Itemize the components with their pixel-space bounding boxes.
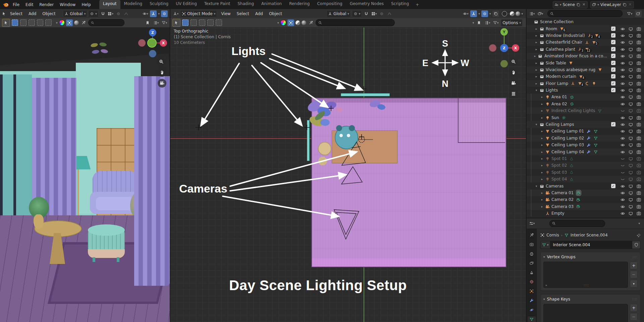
menu-add[interactable]: Add xyxy=(252,10,266,17)
expand-icon[interactable]: ▸ xyxy=(539,102,545,106)
properties-search[interactable] xyxy=(549,220,605,227)
disable-viewport-icon[interactable] xyxy=(627,156,635,161)
disable-render-icon[interactable] xyxy=(635,156,643,161)
expand-icon[interactable]: ▸ xyxy=(534,34,539,37)
select-mode-extend[interactable] xyxy=(20,19,26,26)
outliner-row[interactable]: ▸Ceiling Lamp 03 xyxy=(527,142,644,148)
disable-render-icon[interactable] xyxy=(635,67,643,72)
view-object-types-icon[interactable]: ▾ xyxy=(153,19,159,26)
color-wheel-icon[interactable] xyxy=(59,20,65,25)
disable-render-icon[interactable] xyxy=(635,61,643,65)
collapse-icon[interactable]: ▾ xyxy=(543,298,545,301)
disable-viewport-icon[interactable] xyxy=(627,122,635,127)
expand-icon[interactable]: ▸ xyxy=(539,116,545,119)
disable-render-icon[interactable] xyxy=(635,54,643,58)
zoom-tool-button[interactable] xyxy=(509,57,518,66)
disable-viewport-icon[interactable] xyxy=(627,150,635,154)
fake-user-shield-button[interactable] xyxy=(632,241,641,249)
expand-icon[interactable]: ▸ xyxy=(534,68,539,71)
axis-gizmo-minus-z[interactable] xyxy=(149,50,156,57)
disable-viewport-icon[interactable] xyxy=(627,26,635,31)
blender-logo[interactable] xyxy=(3,2,9,7)
studio-light-icon[interactable] xyxy=(302,20,306,25)
active-tool-tweak[interactable] xyxy=(2,19,10,27)
axis-gizmo-z[interactable]: Z xyxy=(149,29,156,36)
axis-gizmo-y-active[interactable] xyxy=(148,39,156,47)
pin-icon[interactable] xyxy=(637,233,641,237)
axis-gizmo-x[interactable]: X xyxy=(160,39,167,47)
eye-closed-icon[interactable] xyxy=(619,156,627,161)
properties-tab-world[interactable] xyxy=(528,279,536,285)
eye-icon[interactable] xyxy=(619,191,627,195)
outliner-row[interactable]: ▸Modern curtain4✓ xyxy=(527,73,644,80)
properties-tab-output[interactable] xyxy=(528,251,536,257)
collection-checkbox[interactable]: ✓ xyxy=(611,26,615,31)
bookmark-flag-icon[interactable] xyxy=(144,19,151,26)
disable-render-icon[interactable] xyxy=(635,95,643,99)
expand-icon[interactable]: ▸ xyxy=(539,95,545,99)
overlays-toggle[interactable] xyxy=(161,10,168,17)
properties-tab-object-data[interactable] xyxy=(528,316,536,322)
tab-compositing[interactable]: Compositing xyxy=(313,0,346,9)
disable-render-icon[interactable] xyxy=(635,102,643,106)
eye-icon[interactable] xyxy=(619,184,627,189)
remove-shape-key-button[interactable]: − xyxy=(630,313,638,321)
expand-icon[interactable]: ▸ xyxy=(539,157,545,160)
axis-gizmo-x[interactable]: X xyxy=(512,44,519,52)
eye-icon[interactable] xyxy=(619,33,627,38)
outliner-row[interactable]: ▸Indirect Ceiling Lights xyxy=(527,107,644,114)
eye-closed-icon[interactable] xyxy=(619,170,627,175)
axis-gizmo-y[interactable]: Y xyxy=(500,28,508,36)
disable-viewport-icon[interactable] xyxy=(627,95,635,99)
expand-icon[interactable]: ▸ xyxy=(539,129,545,133)
active-tool-tweak[interactable] xyxy=(172,19,180,27)
disable-render-icon[interactable] xyxy=(635,197,643,202)
expand-icon[interactable]: ▸ xyxy=(534,48,539,51)
mesh-data-selector[interactable]: ▾ xyxy=(540,241,550,249)
transform-orientation[interactable]: Global ▾ xyxy=(326,10,351,17)
axis-gizmo-minus-x[interactable] xyxy=(489,44,496,52)
expand-icon[interactable]: ▾ xyxy=(534,89,539,92)
vertex-groups-list[interactable]: ▸:::: xyxy=(543,262,628,288)
menu-add[interactable]: Add xyxy=(25,10,39,17)
eye-icon[interactable] xyxy=(619,81,627,86)
disable-render-icon[interactable] xyxy=(635,74,643,79)
properties-tab-tool[interactable] xyxy=(528,232,536,238)
collection-checkbox[interactable]: ✓ xyxy=(611,40,615,44)
shading-dropdown[interactable]: ▾ xyxy=(521,12,523,15)
proportional-falloff-icon[interactable] xyxy=(123,10,129,17)
expand-icon[interactable]: ▸ xyxy=(539,191,545,195)
vertex-group-specials-button[interactable]: ▾ xyxy=(630,280,638,287)
expand-icon[interactable]: ▸ xyxy=(534,61,539,65)
editor-type-icon[interactable]: ▾ xyxy=(172,10,179,17)
expand-icon[interactable]: ▸ xyxy=(534,27,539,31)
expand-icon[interactable]: ▸ xyxy=(539,137,545,140)
outliner-row[interactable]: ▸Ceiling Lamp 01 xyxy=(527,128,644,135)
view-object-types-icon[interactable]: ▾ xyxy=(484,19,491,26)
collection-checkbox[interactable]: ✓ xyxy=(611,88,615,92)
properties-search-input[interactable] xyxy=(557,221,602,226)
disable-render-icon[interactable] xyxy=(635,177,643,181)
matcap-sphere-icon[interactable] xyxy=(296,20,300,25)
overlays-toggle[interactable] xyxy=(481,10,488,17)
select-mode-intersect[interactable] xyxy=(216,19,222,26)
eye-icon[interactable] xyxy=(619,115,627,120)
tab-rendering[interactable]: Rendering xyxy=(285,0,313,9)
select-mode-subtract[interactable] xyxy=(29,19,35,26)
matcap-sphere-icon[interactable] xyxy=(74,20,79,25)
menu-select[interactable]: Select xyxy=(7,10,25,17)
filter-funnel-icon[interactable]: ▾ xyxy=(626,10,633,17)
axis-gizmo-z-active[interactable]: Z xyxy=(500,44,508,52)
eye-icon[interactable] xyxy=(619,143,627,147)
tool-search-input[interactable] xyxy=(96,20,121,25)
eye-icon[interactable] xyxy=(619,150,627,154)
eye-icon[interactable] xyxy=(619,122,627,127)
outliner-row[interactable]: ▸Spot 01 xyxy=(527,155,644,162)
shape-keys-list[interactable] xyxy=(543,304,628,322)
chevron-down-icon[interactable]: ▾ xyxy=(638,222,640,225)
tab-animation[interactable]: Animation xyxy=(258,0,285,9)
menu-view[interactable]: View xyxy=(218,10,233,17)
add-vertex-group-button[interactable]: + xyxy=(630,262,638,269)
eye-closed-icon[interactable] xyxy=(619,163,627,168)
disable-viewport-icon[interactable] xyxy=(627,67,635,72)
